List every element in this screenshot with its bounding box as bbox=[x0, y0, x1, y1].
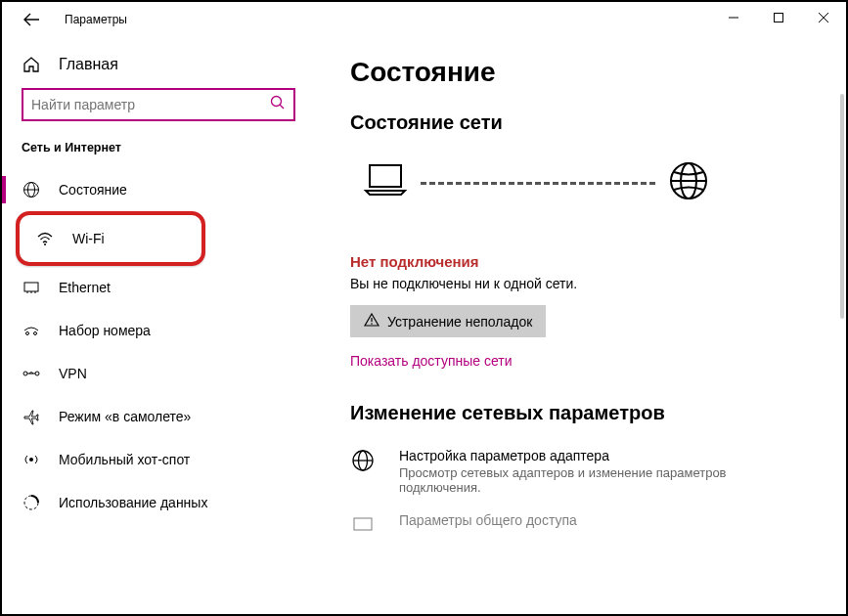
change-settings-heading: Изменение сетевых параметров bbox=[350, 402, 846, 424]
svg-point-26 bbox=[371, 323, 373, 325]
no-connection-text: Вы не подключены ни к одной сети. bbox=[350, 276, 846, 291]
main-content: Состояние Состояние сети Нет подключения… bbox=[315, 37, 846, 614]
sidebar-item-airplane[interactable]: Режим «в самолете» bbox=[2, 395, 315, 438]
search-icon bbox=[270, 95, 286, 114]
svg-point-17 bbox=[35, 372, 39, 375]
sidebar-item-label: Мобильный хот-спот bbox=[59, 452, 190, 467]
no-connection-label: Нет подключения bbox=[350, 253, 846, 270]
hotspot-icon bbox=[22, 450, 41, 469]
sidebar-section-title: Сеть и Интернет bbox=[2, 141, 315, 168]
svg-rect-30 bbox=[354, 518, 372, 530]
adapter-desc: Просмотр сетевых адаптеров и изменение п… bbox=[399, 465, 732, 495]
sharing-settings-option[interactable]: Параметры общего доступа bbox=[350, 512, 846, 542]
svg-line-5 bbox=[280, 105, 284, 109]
home-label: Главная bbox=[59, 56, 118, 73]
sharing-title: Параметры общего доступа bbox=[399, 512, 577, 528]
airplane-icon bbox=[22, 407, 41, 426]
sidebar-item-label: Использование данных bbox=[59, 495, 207, 510]
svg-rect-1 bbox=[775, 14, 783, 22]
svg-point-19 bbox=[29, 458, 33, 462]
minimize-button[interactable] bbox=[711, 2, 756, 33]
wifi-icon bbox=[35, 229, 55, 248]
svg-rect-21 bbox=[370, 165, 401, 187]
show-networks-link[interactable]: Показать доступные сети bbox=[350, 353, 846, 369]
page-title: Состояние bbox=[350, 57, 846, 88]
laptop-icon bbox=[362, 161, 409, 204]
search-input[interactable] bbox=[22, 88, 295, 121]
sidebar-item-label: Wi-Fi bbox=[72, 231, 105, 246]
troubleshoot-button[interactable]: Устранение неполадок bbox=[350, 305, 546, 337]
adapter-title: Настройка параметров адаптера bbox=[399, 448, 732, 463]
home-button[interactable]: Главная bbox=[2, 45, 315, 88]
sidebar-item-wifi[interactable]: Wi-Fi bbox=[16, 211, 205, 266]
sidebar-item-label: Состояние bbox=[59, 182, 127, 198]
vpn-icon bbox=[22, 364, 41, 383]
svg-point-15 bbox=[34, 332, 37, 335]
sidebar-item-ethernet[interactable]: Ethernet bbox=[2, 266, 315, 309]
sidebar-item-status[interactable]: Состояние bbox=[2, 168, 315, 211]
sidebar-item-hotspot[interactable]: Мобильный хот-спот bbox=[2, 438, 315, 481]
close-button[interactable] bbox=[801, 2, 846, 33]
home-icon bbox=[22, 55, 41, 74]
ethernet-icon bbox=[22, 278, 41, 297]
adapter-settings-option[interactable]: Настройка параметров адаптера Просмотр с… bbox=[350, 448, 846, 495]
globe-icon bbox=[22, 180, 41, 199]
sidebar-item-vpn[interactable]: VPN bbox=[2, 352, 315, 395]
svg-rect-10 bbox=[24, 283, 38, 291]
data-usage-icon bbox=[22, 493, 41, 512]
adapter-icon bbox=[350, 448, 379, 495]
svg-point-16 bbox=[23, 372, 27, 375]
sidebar: Главная Сеть и Интернет Состояние Wi-Fi … bbox=[2, 37, 315, 614]
sharing-icon bbox=[350, 512, 379, 542]
sidebar-item-label: Режим «в самолете» bbox=[59, 409, 191, 424]
sidebar-item-dialup[interactable]: Набор номера bbox=[2, 309, 315, 352]
app-title: Параметры bbox=[65, 13, 127, 26]
sidebar-item-data-usage[interactable]: Использование данных bbox=[2, 481, 315, 524]
dialup-icon bbox=[22, 321, 41, 340]
svg-point-14 bbox=[26, 332, 29, 335]
back-button[interactable] bbox=[18, 6, 45, 33]
network-diagram bbox=[350, 159, 846, 206]
sidebar-item-label: Ethernet bbox=[59, 280, 111, 295]
globe-icon bbox=[667, 159, 710, 206]
sidebar-item-label: VPN bbox=[59, 366, 87, 381]
svg-point-9 bbox=[44, 243, 46, 245]
network-status-heading: Состояние сети bbox=[350, 111, 846, 134]
warning-icon bbox=[364, 313, 379, 330]
scrollbar[interactable] bbox=[840, 94, 844, 319]
sidebar-item-label: Набор номера bbox=[59, 323, 151, 338]
maximize-button[interactable] bbox=[756, 2, 801, 33]
